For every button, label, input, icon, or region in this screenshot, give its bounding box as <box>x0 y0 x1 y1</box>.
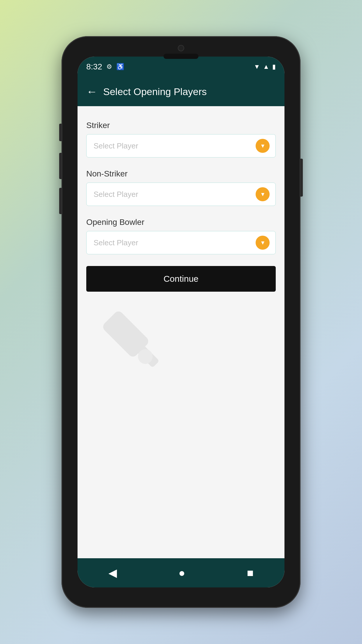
non-striker-dropdown-button[interactable]: ▾ <box>256 187 270 201</box>
non-striker-placeholder: Select Player <box>94 190 138 199</box>
side-button-volume-up <box>59 153 61 179</box>
opening-bowler-placeholder: Select Player <box>94 238 138 247</box>
status-left: 8:32 ⚙ ♿ <box>86 62 124 71</box>
bottom-nav: ◀ ● ■ <box>78 558 284 587</box>
continue-button[interactable]: Continue <box>86 266 276 292</box>
status-right: ▼ ▲ ▮ <box>254 63 276 71</box>
app-bar: ← Select Opening Players <box>78 77 284 106</box>
cricket-bat-watermark <box>92 300 174 382</box>
non-striker-label: Non-Striker <box>86 169 276 178</box>
striker-label: Striker <box>86 121 276 130</box>
striker-dropdown[interactable]: Select Player ▾ <box>86 134 276 158</box>
opening-bowler-dropdown-button[interactable]: ▾ <box>256 236 270 250</box>
settings-status-icon: ⚙ <box>106 63 112 71</box>
opening-bowler-chevron-icon: ▾ <box>261 239 264 246</box>
signal-icon: ▲ <box>263 63 269 71</box>
side-button-power <box>301 159 303 197</box>
phone-screen: 8:32 ⚙ ♿ ▼ ▲ ▮ ← Select Opening Players … <box>78 57 284 587</box>
non-striker-section: Non-Striker Select Player ▾ <box>86 166 276 215</box>
status-time: 8:32 <box>86 62 102 71</box>
opening-bowler-section: Opening Bowler Select Player ▾ <box>86 215 276 263</box>
back-button[interactable]: ← <box>86 85 97 98</box>
striker-dropdown-button[interactable]: ▾ <box>256 139 270 153</box>
accessibility-status-icon: ♿ <box>116 63 124 71</box>
side-button-volume-down <box>59 188 61 214</box>
striker-section: Striker Select Player ▾ <box>86 118 276 166</box>
opening-bowler-dropdown[interactable]: Select Player ▾ <box>86 231 276 254</box>
main-content: Striker Select Player ▾ Non-Striker Sele… <box>78 106 284 558</box>
opening-bowler-label: Opening Bowler <box>86 218 276 227</box>
non-striker-dropdown[interactable]: Select Player ▾ <box>86 183 276 206</box>
recent-nav-icon[interactable]: ■ <box>247 567 254 579</box>
striker-placeholder: Select Player <box>94 141 138 150</box>
status-bar: 8:32 ⚙ ♿ ▼ ▲ ▮ <box>78 57 284 77</box>
battery-icon: ▮ <box>272 63 276 71</box>
home-nav-icon[interactable]: ● <box>179 567 185 579</box>
phone-frame: 8:32 ⚙ ♿ ▼ ▲ ▮ ← Select Opening Players … <box>61 36 301 608</box>
speaker <box>164 54 198 59</box>
watermark-area <box>86 298 276 547</box>
page-title: Select Opening Players <box>103 86 207 97</box>
camera <box>178 45 184 51</box>
back-nav-icon[interactable]: ◀ <box>108 566 117 579</box>
striker-chevron-icon: ▾ <box>261 143 264 149</box>
wifi-icon: ▼ <box>254 63 260 71</box>
non-striker-chevron-icon: ▾ <box>261 191 264 197</box>
side-button-volume-mute <box>59 124 61 141</box>
